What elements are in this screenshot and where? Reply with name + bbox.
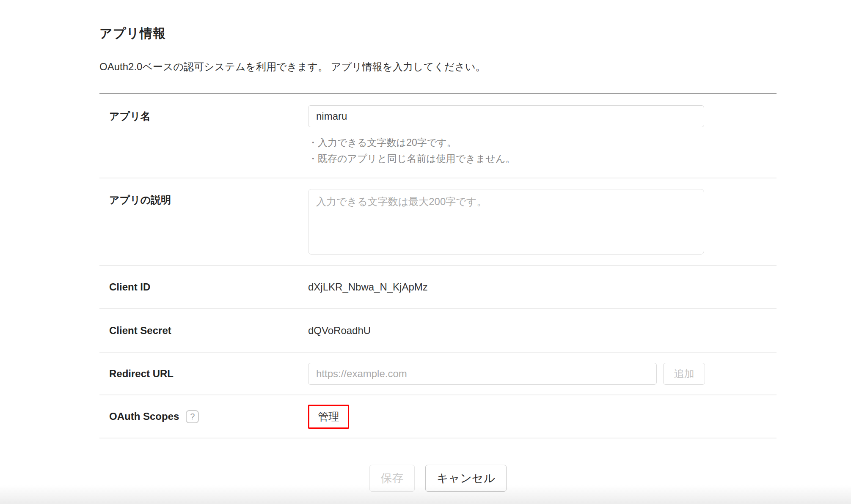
page-title: アプリ情報 — [99, 0, 777, 42]
app-name-label: アプリ名 — [99, 94, 308, 127]
client-id-value: dXjLKR_Nbwa_N_KjApMz — [308, 281, 428, 293]
form-row-app-description: アプリの説明 — [99, 178, 777, 266]
oauth-scopes-label: OAuth Scopes — [109, 411, 179, 422]
client-id-label: Client ID — [99, 281, 308, 293]
form-row-client-secret: Client Secret dQVoRoadhU — [99, 309, 777, 353]
app-description-label: アプリの説明 — [99, 178, 308, 211]
client-secret-value: dQVoRoadhU — [308, 325, 371, 336]
form-row-redirect-url: Redirect URL 追加 — [99, 353, 777, 395]
app-name-hints: ・入力できる文字数は20字です。 ・既存のアプリと同じ名前は使用できません。 — [308, 134, 777, 167]
add-redirect-url-button[interactable]: 追加 — [663, 363, 705, 385]
form-actions: 保存 キャンセル — [99, 465, 777, 492]
app-name-hint-length: ・入力できる文字数は20字です。 — [308, 134, 777, 151]
form-row-oauth-scopes: OAuth Scopes ? 管理 — [99, 395, 777, 438]
help-icon[interactable]: ? — [186, 410, 199, 423]
app-description-textarea[interactable] — [308, 189, 704, 255]
page-description: OAuth2.0ベースの認可システムを利用できます。 アプリ情報を入力してくださ… — [99, 60, 777, 74]
client-secret-label: Client Secret — [99, 325, 308, 337]
save-button[interactable]: 保存 — [369, 465, 415, 492]
form-row-app-name: アプリ名 ・入力できる文字数は20字です。 ・既存のアプリと同じ名前は使用できま… — [99, 94, 777, 178]
app-info-form: アプリ名 ・入力できる文字数は20字です。 ・既存のアプリと同じ名前は使用できま… — [99, 93, 777, 438]
app-name-hint-duplicate: ・既存のアプリと同じ名前は使用できません。 — [308, 151, 777, 167]
app-info-panel: アプリ情報 OAuth2.0ベースの認可システムを利用できます。 アプリ情報を入… — [99, 0, 777, 492]
form-row-client-id: Client ID dXjLKR_Nbwa_N_KjApMz — [99, 266, 777, 309]
redirect-url-input[interactable] — [308, 363, 657, 385]
app-name-input[interactable] — [308, 105, 704, 127]
manage-scopes-button[interactable]: 管理 — [308, 405, 349, 429]
redirect-url-label: Redirect URL — [99, 368, 308, 380]
cancel-button[interactable]: キャンセル — [425, 465, 507, 492]
